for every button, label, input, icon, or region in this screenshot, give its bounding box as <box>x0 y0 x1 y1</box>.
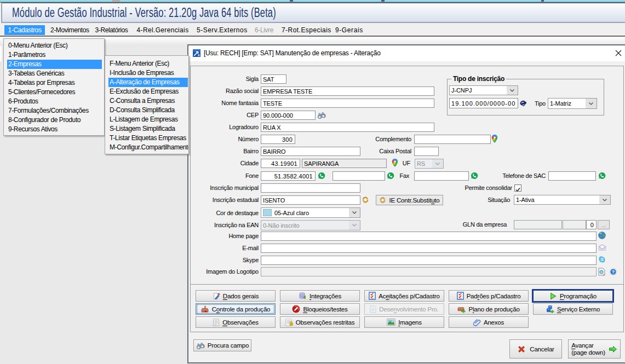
svg-text:S: S <box>600 257 604 262</box>
svg-text:?: ? <box>612 269 615 275</box>
